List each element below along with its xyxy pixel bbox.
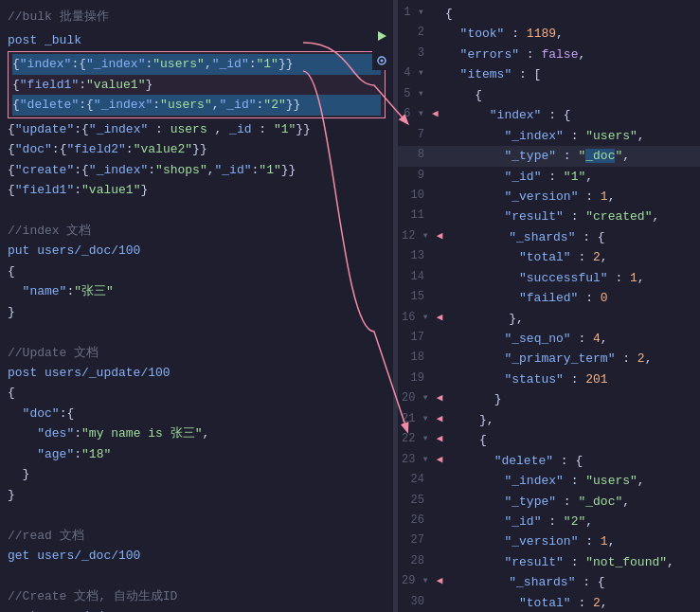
create-auto-comment: //Create 文档, 自动生成ID bbox=[8, 586, 386, 606]
line-row-23: 23 ▾ ◀ "delete" : { bbox=[398, 451, 700, 471]
line-num-7: 7 bbox=[398, 126, 432, 145]
line-num-9: 9 bbox=[398, 167, 432, 186]
arrow-12: ◀ bbox=[437, 227, 450, 244]
line-row-26: 26 "_id" : "2", bbox=[398, 512, 700, 531]
line-row-17: 17 "_seq_no" : 4, bbox=[398, 329, 700, 349]
line-num-8: 8 bbox=[398, 146, 432, 165]
line-row-1: 1 ▾ { bbox=[398, 4, 700, 24]
right-lines: 1 ▾ { 2 "took" : 1189, 3 "errors" : fals… bbox=[398, 4, 700, 612]
line-content-14: "successful" : 1, bbox=[445, 268, 700, 288]
arrow-6: ◀ bbox=[432, 105, 445, 122]
main-container: //bulk 批量操作 post _bulk {"index":{"_index… bbox=[0, 0, 700, 612]
get-users-doc: get users/_doc/100 bbox=[8, 546, 386, 566]
line-content-2: "took" : 1189, bbox=[445, 24, 700, 44]
line-num-20: 20 ▾ bbox=[398, 389, 437, 408]
play-button[interactable] bbox=[372, 27, 391, 45]
line-num-19: 19 bbox=[398, 369, 432, 388]
line-num-25: 25 bbox=[398, 492, 432, 511]
post-update: post users/_update/100 bbox=[8, 363, 386, 383]
arrow-29: ◀ bbox=[437, 572, 450, 589]
arrow-20: ◀ bbox=[437, 389, 450, 406]
line-row-22: 22 ▾ ◀ { bbox=[398, 430, 700, 450]
brace-open-2: { bbox=[8, 383, 386, 403]
spacer-2 bbox=[8, 322, 386, 342]
line-row-5: 5 ▾ { bbox=[398, 85, 700, 105]
line-row-6: 6 ▾ ◀ "index" : { bbox=[398, 105, 700, 125]
line-row-18: 18 "_primary_term" : 2, bbox=[398, 349, 700, 369]
line-row-30: 30 "total" : 2, bbox=[398, 593, 700, 612]
line-content-8: "_type" : "_doc", bbox=[445, 146, 700, 166]
line-row-27: 27 "_version" : 1, bbox=[398, 531, 700, 551]
line-num-10: 10 bbox=[398, 187, 432, 206]
line-row-2: 2 "took" : 1189, bbox=[398, 24, 700, 44]
right-editor-panel[interactable]: 1 ▾ { 2 "took" : 1189, 3 "errors" : fals… bbox=[398, 0, 700, 612]
line-num-29: 29 ▾ bbox=[398, 572, 437, 591]
line-content-21: }, bbox=[450, 410, 700, 430]
line-content-6: "index" : { bbox=[445, 105, 700, 125]
name-zhangsan: "name":"张三" bbox=[8, 281, 386, 301]
line-num-13: 13 bbox=[398, 247, 432, 266]
arrow-22: ◀ bbox=[437, 430, 450, 447]
arrow-21: ◀ bbox=[437, 410, 450, 427]
bulk-line-6: {"create":{"_index":"shops","_id":"1"}} bbox=[8, 160, 386, 180]
line-content-25: "_type" : "_doc", bbox=[445, 492, 700, 512]
line-num-26: 26 bbox=[398, 512, 432, 531]
line-row-13: 13 "total" : 2, bbox=[398, 247, 700, 267]
put-users-doc: put users/_doc/100 bbox=[8, 241, 386, 261]
line-content-3: "errors" : false, bbox=[445, 45, 700, 64]
line-row-25: 25 "_type" : "_doc", bbox=[398, 492, 700, 512]
brace-close-2: } bbox=[8, 485, 386, 505]
line-num-1: 1 ▾ bbox=[398, 4, 432, 23]
line-row-10: 10 "_version" : 1, bbox=[398, 187, 700, 207]
line-content-11: "result" : "created", bbox=[445, 207, 700, 226]
line-content-7: "_index" : "users", bbox=[445, 126, 700, 146]
line-row-15: 15 "failed" : 0 bbox=[398, 288, 700, 308]
arrow-16: ◀ bbox=[437, 309, 450, 326]
line-row-9: 9 "_id" : "1", bbox=[398, 167, 700, 187]
post-bulk-line: post _bulk bbox=[8, 30, 386, 50]
line-content-4: "items" : [ bbox=[445, 64, 700, 84]
bulk-line-3: {"delete":{"_index":"users","_id":"2"}} bbox=[12, 95, 381, 115]
tools-button[interactable] bbox=[372, 51, 391, 70]
bulk-line-2: {"field1":"value1"} bbox=[12, 75, 381, 95]
bulk-highlight-box: {"index":{"_index":"users","_id":"1"}} {… bbox=[8, 51, 386, 117]
line-row-3: 3 "errors" : false, bbox=[398, 45, 700, 64]
read-doc-comment: //read 文档 bbox=[8, 526, 386, 546]
brace-open-1: { bbox=[8, 261, 386, 281]
line-content-17: "_seq_no" : 4, bbox=[445, 329, 700, 349]
left-panel-header: //bulk 批量操作 bbox=[0, 4, 393, 28]
line-num-24: 24 bbox=[398, 471, 432, 490]
age-field: "age":"18" bbox=[8, 444, 386, 464]
update-doc-comment: //Update 文档 bbox=[8, 343, 386, 363]
line-num-30: 30 bbox=[398, 593, 432, 612]
left-editor-panel[interactable]: //bulk 批量操作 post _bulk {"index":{"_index… bbox=[0, 0, 393, 612]
svg-marker-0 bbox=[378, 31, 386, 41]
spacer-1 bbox=[8, 201, 386, 221]
line-content-16: }, bbox=[450, 309, 700, 329]
svg-point-2 bbox=[381, 60, 384, 63]
line-content-20: } bbox=[450, 389, 700, 409]
line-num-16: 16 ▾ bbox=[398, 309, 437, 328]
line-num-17: 17 bbox=[398, 329, 432, 348]
bulk-comment: //bulk 批量操作 bbox=[8, 8, 109, 25]
left-code-content: post _bulk {"index":{"_index":"users","_… bbox=[0, 30, 393, 612]
line-content-9: "_id" : "1", bbox=[445, 167, 700, 187]
line-content-30: "total" : 2, bbox=[445, 593, 700, 612]
line-row-21: 21 ▾ ◀ }, bbox=[398, 410, 700, 430]
line-row-24: 24 "_index" : "users", bbox=[398, 471, 700, 491]
line-num-12: 12 ▾ bbox=[398, 227, 437, 246]
doc-close: } bbox=[8, 464, 386, 484]
line-num-5: 5 ▾ bbox=[398, 85, 432, 104]
line-row-8: 8 "_type" : "_doc", bbox=[398, 146, 700, 166]
line-content-24: "_index" : "users", bbox=[445, 471, 700, 491]
line-row-20: 20 ▾ ◀ } bbox=[398, 389, 700, 409]
line-content-18: "_primary_term" : 2, bbox=[445, 349, 700, 369]
line-row-11: 11 "result" : "created", bbox=[398, 207, 700, 226]
line-num-11: 11 bbox=[398, 207, 432, 225]
line-num-3: 3 bbox=[398, 45, 432, 63]
line-content-15: "failed" : 0 bbox=[445, 288, 700, 308]
brace-close-1: } bbox=[8, 302, 386, 322]
line-num-6: 6 ▾ bbox=[398, 105, 432, 124]
line-row-14: 14 "successful" : 1, bbox=[398, 268, 700, 288]
line-row-28: 28 "result" : "not_found", bbox=[398, 552, 700, 572]
